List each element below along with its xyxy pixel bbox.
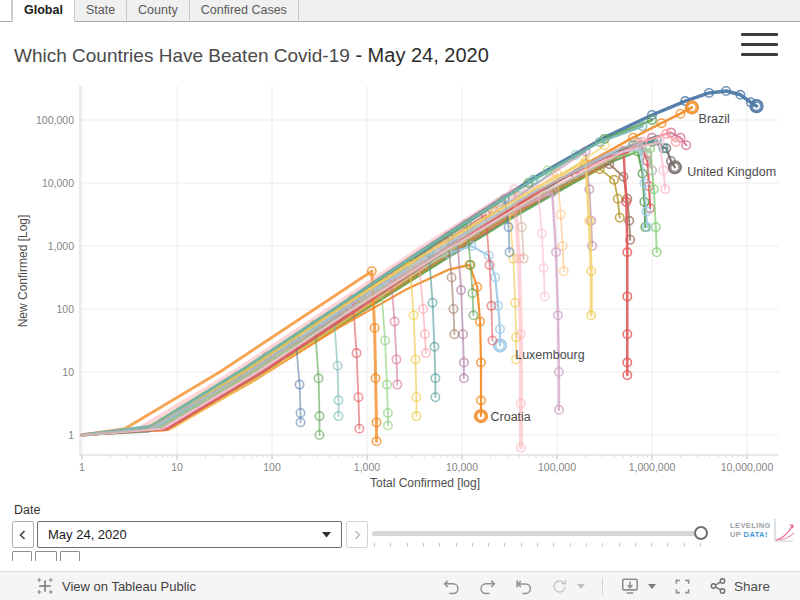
svg-text:United Kingdom: United Kingdom <box>687 165 776 179</box>
clipped-button-2[interactable] <box>35 551 57 561</box>
tableau-public-viewer: Global State County Confired Cases Which… <box>0 0 800 600</box>
svg-text:1,000: 1,000 <box>48 240 74 252</box>
date-filter-label: Date <box>14 503 40 517</box>
share-label: Share <box>734 579 770 594</box>
view-on-tableau-public-link[interactable]: View on Tableau Public <box>36 577 196 595</box>
svg-text:1: 1 <box>79 461 85 473</box>
svg-text:10: 10 <box>62 366 74 378</box>
tab-state[interactable]: State <box>75 0 127 21</box>
slider-track[interactable] <box>372 531 702 536</box>
share-icon <box>709 577 727 595</box>
hamburger-menu-icon[interactable] <box>741 33 779 57</box>
refresh-caret-icon[interactable] <box>577 584 585 589</box>
svg-text:1,000,000: 1,000,000 <box>629 461 676 473</box>
chevron-right-icon <box>350 528 364 542</box>
chevron-left-icon <box>16 528 30 542</box>
svg-text:10,000: 10,000 <box>446 461 478 473</box>
download-caret-icon[interactable] <box>648 584 656 589</box>
svg-text:Brazil: Brazil <box>699 112 730 126</box>
clipped-button-3[interactable] <box>60 551 80 561</box>
svg-text:1,000: 1,000 <box>354 461 380 473</box>
view-on-tableau-public-label: View on Tableau Public <box>62 579 196 594</box>
svg-text:New Confirmed [Log]: New Confirmed [Log] <box>16 215 30 328</box>
svg-text:10,000,000: 10,000,000 <box>721 461 774 473</box>
logo-line2-blue: DATA! <box>744 530 768 539</box>
date-dropdown[interactable]: May 24, 2020 <box>37 521 342 548</box>
date-prev-button[interactable] <box>12 521 34 548</box>
logo-line1: LEVELING <box>730 521 771 530</box>
redo-icon[interactable] <box>478 577 497 596</box>
sheet-tab-bar: Global State County Confired Cases <box>0 0 800 22</box>
svg-text:100: 100 <box>263 461 281 473</box>
svg-text:Croatia: Croatia <box>491 410 531 424</box>
svg-text:1: 1 <box>68 429 74 441</box>
svg-text:Luxembourg: Luxembourg <box>515 348 585 362</box>
refresh-icon[interactable] <box>550 577 569 596</box>
replay-icon[interactable] <box>514 577 533 596</box>
tab-global[interactable]: Global <box>12 0 75 22</box>
clipped-button-1[interactable] <box>12 551 32 561</box>
title-date: - May 24, 2020 <box>350 44 489 66</box>
svg-text:100,000: 100,000 <box>538 461 576 473</box>
covid-trajectory-chart[interactable]: 1101001,00010,000100,0001101001,00010,00… <box>0 86 800 498</box>
date-next-button[interactable] <box>346 521 368 548</box>
tab-bar-stub <box>0 0 12 21</box>
clipped-playback-buttons <box>12 551 80 561</box>
tab-county[interactable]: County <box>127 0 190 21</box>
svg-text:Total Confirmed [log]: Total Confirmed [log] <box>370 476 480 490</box>
svg-text:100: 100 <box>56 303 74 315</box>
date-dropdown-value: May 24, 2020 <box>48 527 322 542</box>
undo-icon[interactable] <box>442 577 461 596</box>
leveling-up-data-logo: LEVELING UP DATA! <box>730 517 795 543</box>
title-main: Which Countries Have Beaten Covid-19 <box>14 45 350 66</box>
download-icon[interactable] <box>620 576 640 596</box>
svg-text:10,000: 10,000 <box>42 177 74 189</box>
toolbar-separator <box>602 578 603 595</box>
tab-confired-cases[interactable]: Confired Cases <box>190 0 299 21</box>
toolbar-actions: Share <box>442 576 770 596</box>
svg-text:100,000: 100,000 <box>36 114 74 126</box>
slider-handle[interactable] <box>694 526 708 540</box>
fullscreen-icon[interactable] <box>673 577 692 596</box>
page-title: Which Countries Have Beaten Covid-19 - M… <box>14 44 489 67</box>
tableau-logo-icon <box>36 577 54 595</box>
date-slider[interactable] <box>372 521 706 551</box>
dropdown-caret-icon <box>322 532 331 538</box>
logo-line2-gray: UP <box>730 530 744 539</box>
svg-text:10: 10 <box>171 461 183 473</box>
logo-chart-icon <box>773 517 795 543</box>
share-button[interactable]: Share <box>709 577 770 595</box>
tableau-toolbar: View on Tableau Public <box>0 571 800 600</box>
